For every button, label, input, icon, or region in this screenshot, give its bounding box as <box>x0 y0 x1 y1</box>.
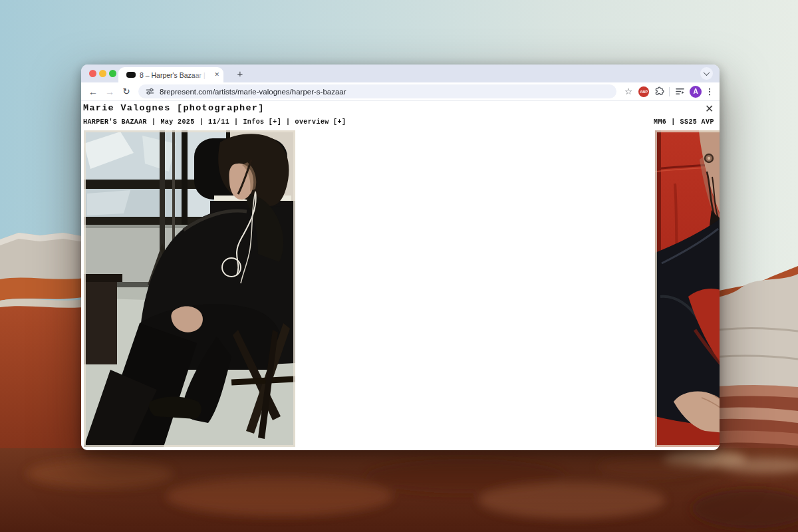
browser-menu-icon[interactable]: ⋮ <box>705 86 714 96</box>
browser-window: 8 – Harper's Bazaar | Marie Va ✕ + ← → ↻… <box>81 65 720 450</box>
tab-close-icon[interactable]: ✕ <box>214 72 219 78</box>
tab-title-fade <box>193 71 207 79</box>
nav-separator: | <box>152 118 156 126</box>
photo-illustration-red <box>655 130 720 447</box>
traffic-lights <box>89 70 116 77</box>
nav-item-ss25-avp[interactable]: SS25 AVP <box>680 118 714 126</box>
browser-tab[interactable]: 8 – Harper's Bazaar | Marie Va ✕ <box>118 67 223 82</box>
nav-separator: | <box>671 118 675 126</box>
chevron-down-icon <box>704 69 710 76</box>
nav-item-date: May 2025 <box>160 118 194 126</box>
url-text: 8represent.com/artists/marie-valognes/ha… <box>160 88 346 96</box>
bookmark-star-icon[interactable]: ☆ <box>622 87 635 96</box>
nav-item-mm6[interactable]: MM6 <box>654 118 666 126</box>
side-panel-icon[interactable] <box>673 86 686 96</box>
tab-title: 8 – Harper's Bazaar | Marie Va <box>140 71 207 79</box>
close-window-button[interactable] <box>89 70 96 77</box>
other-projects-nav: MM6 | SS25 AVP | <box>654 118 720 126</box>
nav-item-overview[interactable]: overview [+] <box>295 118 346 126</box>
site-favicon <box>126 72 136 78</box>
photo-illustration-chair <box>84 130 295 447</box>
gallery-close-icon[interactable]: ✕ <box>705 104 714 114</box>
adblock-extension-icon[interactable]: ABP <box>638 86 649 97</box>
nav-item-infos[interactable]: Infos [+] <box>243 118 281 126</box>
nav-item-pagination: 11/11 <box>208 118 229 126</box>
nav-separator: | <box>234 118 238 126</box>
back-button[interactable]: ← <box>86 87 100 96</box>
gallery-photo-next[interactable] <box>655 130 720 447</box>
extensions-puzzle-icon[interactable] <box>652 86 666 96</box>
nav-separator: | <box>719 118 720 126</box>
site-settings-tune-icon[interactable] <box>145 87 154 96</box>
page-content: Marie Valognes [photographer] HARPER'S B… <box>81 101 720 450</box>
minimize-window-button[interactable] <box>99 70 106 77</box>
reload-button[interactable]: ↻ <box>120 87 133 96</box>
tab-search-button[interactable] <box>700 67 713 80</box>
page-title: Marie Valognes [photographer] <box>83 103 265 113</box>
project-nav: HARPER'S BAZAAR | May 2025 | 11/11 | Inf… <box>83 118 346 126</box>
profile-avatar[interactable]: A <box>690 86 702 98</box>
address-bar[interactable]: 8represent.com/artists/marie-valognes/ha… <box>138 84 616 98</box>
nav-item-project: HARPER'S BAZAAR <box>83 118 147 126</box>
forward-button[interactable]: → <box>103 87 116 96</box>
new-tab-button[interactable]: + <box>233 66 247 81</box>
nav-separator: | <box>286 118 290 126</box>
nav-separator: | <box>200 118 203 126</box>
tab-strip: 8 – Harper's Bazaar | Marie Va ✕ + <box>81 65 720 82</box>
browser-toolbar: ← → ↻ 8represent.com/artists/marie-valog… <box>81 82 720 101</box>
toolbar-divider <box>669 87 670 96</box>
gallery-photo-current[interactable] <box>84 130 295 447</box>
zoom-window-button[interactable] <box>109 70 116 77</box>
